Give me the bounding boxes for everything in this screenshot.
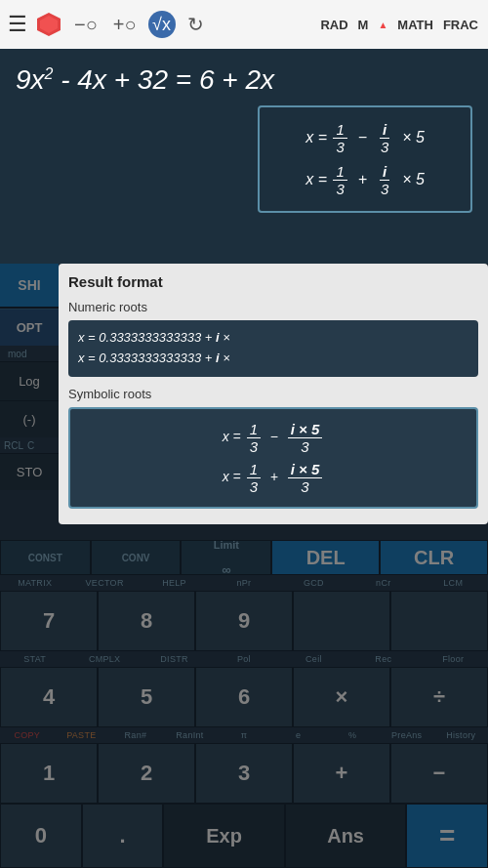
popup-title: Result format — [68, 273, 478, 290]
mode-triangle[interactable]: ▲ — [376, 18, 389, 32]
mode-math[interactable]: MATH — [395, 16, 435, 34]
symbolic-roots-box: x = 13 − i × 53 x = 13 + i × 53 — [68, 407, 478, 509]
numeric-line-1: x = 0.3333333333333 + i × — [78, 328, 468, 349]
sym-line-2: x = 13 + i × 53 — [86, 461, 461, 495]
mode-frac[interactable]: FRAC — [441, 16, 480, 34]
numeric-roots-box: x = 0.3333333333333 + i × x = 0.33333333… — [68, 320, 478, 377]
result-box: x = 13 − i3 × 5 x = 13 + i3 × 5 — [258, 105, 472, 213]
refresh-icon[interactable]: ↻ — [183, 9, 208, 40]
mode-m[interactable]: M — [356, 16, 371, 34]
calc-body: SHI OPT mod Log (-) RCL C STO Result for… — [0, 264, 488, 868]
sym-line-1: x = 13 − i × 53 — [86, 421, 461, 455]
numeric-roots-label: Numeric roots — [68, 300, 478, 314]
display-area: 9x2 - 4x + 32 = 6 + 2x x = 13 − i3 × 5 x… — [0, 49, 488, 264]
menu-icon[interactable]: ☰ — [8, 12, 27, 37]
mode-rad[interactable]: RAD — [318, 16, 349, 34]
numeric-line-2: x = 0.3333333333333 + i × — [78, 349, 468, 369]
result-line-1: x = 13 − i3 × 5 — [277, 121, 453, 155]
sqrt-icon[interactable]: √x — [148, 11, 176, 38]
result-line-2: x = 13 + i3 × 5 — [277, 163, 453, 197]
result-format-popup: Result format Numeric roots x = 0.333333… — [59, 264, 488, 524]
app-logo — [35, 11, 62, 38]
symbolic-roots-label: Symbolic roots — [68, 387, 478, 401]
header: ☰ −○ +○ √x ↻ RAD M ▲ MATH FRAC — [0, 0, 488, 49]
zoom-out-icon[interactable]: −○ — [70, 10, 102, 40]
equation-input: 9x2 - 4x + 32 = 6 + 2x — [16, 64, 472, 96]
mode-bar: RAD M ▲ MATH FRAC — [318, 16, 480, 34]
zoom-in-icon[interactable]: +○ — [109, 10, 141, 40]
